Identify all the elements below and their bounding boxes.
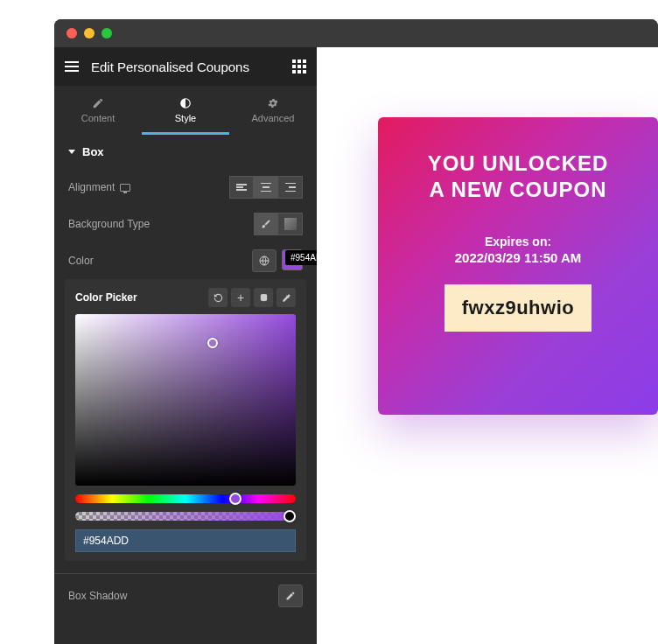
- window-close-button[interactable]: [66, 28, 77, 38]
- alpha-slider[interactable]: [75, 512, 296, 521]
- color-picker-panel: Color Picker +: [65, 279, 306, 561]
- headline-line2: A NEW COUPON: [429, 178, 606, 201]
- database-color-button[interactable]: [254, 288, 273, 307]
- editor-sidebar: Edit Personalised Coupons Content Style …: [54, 47, 317, 644]
- pencil-icon: [285, 591, 296, 601]
- background-gradient-button[interactable]: [278, 213, 303, 235]
- background-type-label: Background Type: [68, 218, 150, 230]
- hue-handle[interactable]: [229, 493, 242, 505]
- saturation-value-area[interactable]: [75, 314, 296, 486]
- pencil-icon: [92, 97, 104, 109]
- preview-canvas: YOU UNLOCKED A NEW COUPON Expires on: 20…: [317, 47, 658, 644]
- editor-tabs: Content Style Advanced: [54, 86, 317, 135]
- background-classic-button[interactable]: [254, 213, 278, 235]
- editor-window: Edit Personalised Coupons Content Style …: [54, 19, 658, 644]
- sv-handle[interactable]: [207, 338, 218, 348]
- sidebar-header: Edit Personalised Coupons: [54, 47, 317, 86]
- box-shadow-edit-button[interactable]: [278, 584, 303, 607]
- window-titlebar: [54, 19, 658, 47]
- color-label: Color: [68, 255, 94, 267]
- expires-label: Expires on:: [399, 234, 637, 248]
- coupon-headline: YOU UNLOCKED A NEW COUPON: [399, 150, 637, 203]
- caret-down-icon: [68, 150, 75, 154]
- align-right-button[interactable]: [278, 176, 303, 199]
- tab-label: Content: [81, 113, 116, 123]
- window-minimize-button[interactable]: [84, 28, 94, 38]
- tab-label: Style: [175, 113, 196, 123]
- box-shadow-label: Box Shadow: [68, 590, 278, 602]
- reset-color-button[interactable]: [208, 288, 228, 307]
- row-color: Color: [54, 242, 317, 279]
- section-box-header[interactable]: Box: [54, 135, 317, 169]
- headline-line1: YOU UNLOCKED: [428, 151, 609, 175]
- coupon-code: fwxz9uhwio: [444, 284, 592, 332]
- hue-slider[interactable]: [75, 494, 296, 503]
- eyedropper-button[interactable]: [276, 288, 296, 307]
- eyedropper-icon: [282, 293, 291, 303]
- gear-icon: [267, 97, 279, 109]
- align-center-button[interactable]: [254, 176, 278, 199]
- undo-icon: [214, 293, 223, 303]
- tab-advanced[interactable]: Advanced: [229, 86, 317, 135]
- expires-date: 2022/03/29 11:50 AM: [399, 250, 637, 265]
- row-alignment: Alignment: [54, 169, 317, 206]
- plus-icon: +: [237, 291, 244, 304]
- tab-style[interactable]: Style: [142, 86, 229, 135]
- section-title: Box: [82, 145, 104, 158]
- align-left-button[interactable]: [229, 176, 254, 199]
- app-body: Edit Personalised Coupons Content Style …: [54, 47, 658, 644]
- responsive-desktop-icon[interactable]: [120, 184, 130, 192]
- row-background-type: Background Type: [54, 206, 317, 242]
- sidebar-title: Edit Personalised Coupons: [91, 60, 280, 74]
- brush-icon: [261, 219, 271, 229]
- menu-icon[interactable]: [65, 61, 79, 72]
- row-box-shadow: Box Shadow: [54, 573, 317, 618]
- add-color-button[interactable]: +: [231, 288, 250, 307]
- global-color-button[interactable]: [252, 249, 276, 272]
- hex-input[interactable]: [75, 529, 296, 552]
- tab-label: Advanced: [252, 113, 295, 123]
- coupon-preview: YOU UNLOCKED A NEW COUPON Expires on: 20…: [378, 117, 658, 415]
- database-icon: [259, 293, 269, 303]
- color-picker-title: Color Picker: [75, 291, 205, 304]
- contrast-icon: [179, 97, 192, 109]
- window-maximize-button[interactable]: [102, 28, 112, 38]
- globe-icon: [259, 256, 270, 266]
- widgets-grid-icon[interactable]: [292, 60, 306, 74]
- tab-content[interactable]: Content: [54, 86, 142, 135]
- alpha-handle[interactable]: [284, 510, 296, 522]
- alignment-label: Alignment: [68, 181, 115, 193]
